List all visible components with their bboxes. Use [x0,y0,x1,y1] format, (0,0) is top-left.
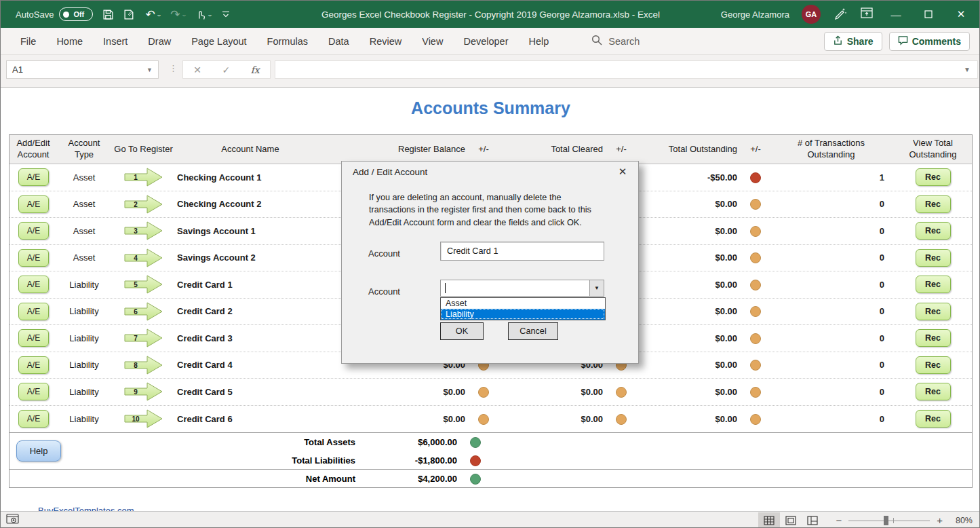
transactions-count-cell: 0 [768,360,894,370]
add-edit-account-button[interactable]: A/E [18,276,49,293]
tab-help[interactable]: Help [519,28,560,55]
share-button[interactable]: Share [824,32,882,51]
rec-button[interactable]: Rec [916,410,951,428]
header-transactions: # of Transactions Outstanding [768,138,894,161]
avatar[interactable]: GA [802,5,821,24]
go-to-register-arrow[interactable]: 6 [111,301,176,322]
cancel-button[interactable]: Cancel [508,322,558,340]
rec-button[interactable]: Rec [916,195,951,213]
expand-formula-bar-icon[interactable]: ▼ [964,66,971,73]
undo-button[interactable]: ↶⌄ [145,9,161,20]
rec-button[interactable]: Rec [916,383,951,400]
close-button[interactable]: ✕ [951,1,971,28]
formula-bar-splitter[interactable]: ⋮ [169,63,178,73]
rec-button[interactable]: Rec [916,168,951,186]
tab-formulas[interactable]: Formulas [257,28,318,55]
name-box-dropdown-icon[interactable]: ▼ [146,67,153,73]
tab-developer[interactable]: Developer [453,28,518,55]
go-to-register-arrow[interactable]: 5 [111,274,176,295]
status-circle-icon [750,333,761,344]
zoom-slider-handle[interactable] [884,516,888,525]
rec-button[interactable]: Rec [916,303,951,320]
ok-button[interactable]: OK [440,322,484,340]
redo-button[interactable]: ↷⌄ [170,9,186,20]
minimize-button[interactable]: — [886,1,906,28]
go-to-register-arrow[interactable]: 1 [111,167,176,187]
autosave-toggle[interactable]: Off [59,7,93,21]
header-total-cleared: Total Cleared [496,144,608,155]
add-edit-account-button[interactable]: A/E [18,195,49,213]
save-as-icon[interactable] [123,9,136,20]
zoom-level[interactable]: 80% [949,516,973,525]
go-to-register-arrow[interactable]: 8 [111,355,176,375]
tab-draw[interactable]: Draw [138,28,181,55]
cancel-entry-icon[interactable]: ✕ [193,64,201,75]
ribbon-tabs: FileHomeInsertDrawPage LayoutFormulasDat… [1,28,559,55]
name-box[interactable]: A1 ▼ [6,60,159,79]
add-edit-account-button[interactable]: A/E [18,329,49,347]
tab-home[interactable]: Home [46,28,93,55]
dialog-title-bar[interactable]: Add / Edit Account ✕ [342,162,638,182]
normal-view-icon[interactable] [758,512,780,528]
rec-button[interactable]: Rec [916,356,951,374]
dropdown-option-asset[interactable]: Asset [441,298,605,309]
help-button[interactable]: Help [16,440,61,461]
zoom-slider[interactable] [848,515,930,526]
maximize-button[interactable] [918,1,939,28]
redo-dropdown-icon[interactable]: ⌄ [180,12,187,18]
rec-button[interactable]: Rec [916,329,951,347]
total-assets-status-icon [470,437,481,448]
header-go-to-register: Go To Register [111,144,176,155]
touch-mode-dropdown-icon[interactable]: ⌄ [207,12,213,18]
ribbon-display-options-icon[interactable] [860,6,874,22]
go-to-register-arrow[interactable]: 9 [111,381,176,402]
pen-sparkle-icon[interactable] [833,5,848,23]
add-edit-account-button[interactable]: A/E [18,356,49,374]
add-edit-account-button[interactable]: A/E [18,168,49,186]
add-edit-account-button[interactable]: A/E [18,303,49,320]
zoom-in-button[interactable]: + [937,514,943,526]
account-name-field[interactable]: Credit Card 1 [440,242,604,261]
search-box[interactable]: Search [591,35,640,48]
tab-file[interactable]: File [10,28,46,55]
combo-dropdown-icon[interactable]: ▼ [589,280,604,296]
header-account-name: Account Name [176,144,325,155]
go-to-register-arrow[interactable]: 4 [111,248,176,268]
status-circle-icon [616,387,627,398]
comments-button[interactable]: Comments [889,32,970,51]
tab-data[interactable]: Data [318,28,359,55]
add-edit-account-button[interactable]: A/E [18,222,49,240]
macro-record-icon[interactable] [6,514,20,527]
enter-entry-icon[interactable]: ✓ [222,64,230,75]
user-name[interactable]: George Alzamora [721,10,789,20]
page-layout-view-icon[interactable] [780,512,802,528]
rec-button[interactable]: Rec [916,276,951,293]
customize-qat-icon[interactable] [222,10,230,18]
go-to-register-arrow[interactable]: 7 [111,328,176,348]
add-edit-account-button[interactable]: A/E [18,410,49,428]
total-liabilities-label: Total Liabilities [9,455,355,466]
dropdown-option-liability[interactable]: Liability [441,309,605,320]
tab-insert[interactable]: Insert [93,28,138,55]
tab-view[interactable]: View [412,28,453,55]
zoom-out-button[interactable]: − [836,514,842,526]
rec-button[interactable]: Rec [916,249,951,267]
save-icon[interactable] [102,9,114,20]
dialog-close-icon[interactable]: ✕ [614,163,631,181]
account-type-combobox[interactable]: ▼ [440,280,604,297]
page-break-preview-icon[interactable] [802,512,823,528]
go-to-register-arrow[interactable]: 3 [111,221,176,241]
add-edit-account-button[interactable]: A/E [18,249,49,267]
tab-page-layout[interactable]: Page Layout [181,28,256,55]
formula-input[interactable]: ▼ [275,60,978,79]
touch-mode-icon[interactable]: ⌄ [195,9,212,20]
buy-excel-templates-link[interactable]: BuyExcelTemplates.com [38,506,134,511]
total-outstanding-cell: $0.00 [634,360,743,370]
undo-dropdown-icon[interactable]: ⌄ [155,12,161,18]
rec-button[interactable]: Rec [916,222,951,240]
insert-function-icon[interactable]: fx [251,64,260,75]
add-edit-account-button[interactable]: A/E [18,383,49,400]
tab-review[interactable]: Review [359,28,412,55]
go-to-register-arrow[interactable]: 10 [111,409,176,429]
go-to-register-arrow[interactable]: 2 [111,194,176,214]
